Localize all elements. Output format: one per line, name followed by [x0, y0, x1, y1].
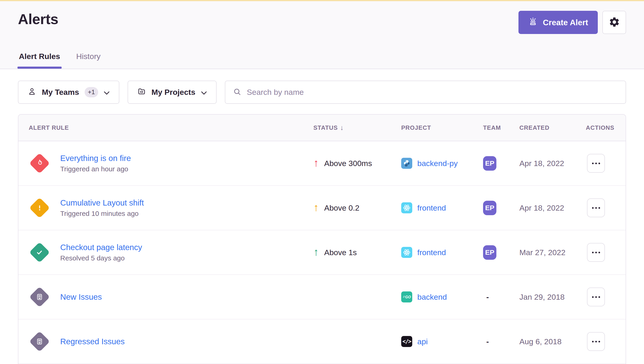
siren-icon: [528, 17, 538, 28]
issues-icon: [29, 286, 50, 308]
status-threshold: Above 1s: [324, 248, 357, 257]
column-header-project: PROJECT: [391, 124, 473, 131]
table-header-row: ALERT RULE STATUS ↓ PROJECT TEAM CREATED…: [18, 114, 626, 141]
search-input[interactable]: [247, 88, 618, 97]
projects-filter-label: My Projects: [151, 88, 195, 97]
table-row: New Issues GO backend - Jan 29, 2018: [18, 275, 626, 320]
ellipsis-icon: [592, 296, 594, 298]
row-actions-button[interactable]: [587, 198, 605, 217]
filter-bar: My Teams +1 My Projects: [18, 80, 626, 104]
chevron-down-icon: [104, 88, 110, 97]
table-row: Cumulative Layout shift Triggered 10 min…: [18, 186, 626, 230]
threshold-above-icon: ↑: [313, 202, 319, 213]
threshold-above-icon: ↑: [313, 158, 319, 168]
alert-rule-status-text: Triggered an hour ago: [60, 165, 131, 173]
project-link[interactable]: backend: [417, 292, 447, 302]
alert-rule-status-text: Resolved 5 days ago: [60, 254, 142, 262]
go-platform-icon: GO: [401, 292, 412, 302]
ellipsis-icon: [592, 207, 594, 209]
create-alert-label: Create Alert: [543, 18, 588, 27]
row-actions-button[interactable]: [587, 243, 605, 262]
tab-alert-rules[interactable]: Alert Rules: [18, 52, 61, 69]
ellipsis-icon: [592, 341, 594, 342]
status-threshold: Above 300ms: [324, 159, 372, 168]
page-header: Alerts Create Alert: [0, 1, 644, 69]
row-actions-button[interactable]: [587, 332, 605, 351]
user-icon: [28, 87, 36, 98]
react-platform-icon: [401, 247, 412, 258]
alerts-content: My Teams +1 My Projects: [0, 80, 644, 364]
resolved-check-icon: [29, 242, 50, 263]
projects-filter-dropdown[interactable]: My Projects: [128, 80, 217, 104]
team-badge: EP: [483, 201, 496, 215]
teams-extra-count-badge: +1: [85, 87, 98, 97]
alert-rule-link[interactable]: Regressed Issues: [60, 337, 125, 346]
issues-icon: [29, 331, 50, 352]
alerts-settings-button[interactable]: [602, 11, 626, 34]
svg-text:GO: GO: [405, 295, 411, 299]
project-link[interactable]: api: [417, 337, 428, 346]
ellipsis-icon: [592, 162, 594, 164]
table-row: Checkout page latency Resolved 5 days ag…: [18, 230, 626, 275]
project-folder-icon: [137, 87, 146, 98]
created-date: Aug 6, 2018: [509, 337, 575, 346]
gear-icon: [609, 16, 620, 28]
created-date: Jan 29, 2018: [509, 292, 575, 302]
critical-fire-icon: [29, 153, 50, 174]
code-platform-icon: </>: [401, 336, 412, 347]
project-link[interactable]: frontend: [417, 248, 446, 257]
tab-history[interactable]: History: [75, 52, 102, 69]
react-platform-icon: [401, 202, 412, 213]
alert-rules-table: ALERT RULE STATUS ↓ PROJECT TEAM CREATED…: [18, 114, 626, 364]
create-alert-button[interactable]: Create Alert: [518, 11, 598, 34]
status-threshold: Above 0.2: [324, 204, 359, 212]
column-header-status[interactable]: STATUS ↓: [303, 124, 391, 132]
ellipsis-icon: [592, 252, 594, 253]
alert-rule-status-text: Triggered 10 minutes ago: [60, 210, 144, 218]
created-date: Apr 18, 2022: [509, 159, 575, 168]
table-row: Regressed Issues </> api - Aug 6, 2018: [18, 320, 626, 364]
team-badge: EP: [483, 245, 496, 260]
teams-filter-label: My Teams: [42, 88, 79, 97]
team-badge: EP: [483, 156, 496, 171]
alert-rule-link[interactable]: Checkout page latency: [60, 243, 142, 252]
project-link[interactable]: frontend: [417, 204, 446, 212]
teams-filter-dropdown[interactable]: My Teams +1: [18, 80, 119, 104]
page-title: Alerts: [18, 11, 58, 27]
project-link[interactable]: backend-py: [417, 159, 458, 168]
column-header-created: CREATED: [509, 124, 575, 131]
alert-rule-link[interactable]: Cumulative Layout shift: [60, 198, 144, 208]
chevron-down-icon: [201, 88, 207, 97]
table-row: Everything is on fire Triggered an hour …: [18, 141, 626, 186]
created-date: Mar 27, 2022: [509, 248, 575, 257]
sort-descending-icon: ↓: [340, 124, 344, 132]
alert-rule-link[interactable]: New Issues: [60, 292, 102, 302]
threshold-above-icon: ↑: [313, 247, 319, 257]
search-box: [225, 80, 626, 104]
python-platform-icon: [401, 158, 412, 169]
no-team-dash: -: [483, 337, 489, 346]
column-header-actions: ACTIONS: [575, 124, 626, 131]
column-header-team: TEAM: [473, 124, 509, 131]
alert-rule-link[interactable]: Everything is on fire: [60, 154, 131, 163]
no-team-dash: -: [483, 292, 489, 301]
created-date: Apr 18, 2022: [509, 204, 575, 212]
column-header-alert-rule: ALERT RULE: [18, 124, 303, 131]
warning-icon: [29, 198, 50, 218]
row-actions-button[interactable]: [587, 154, 605, 173]
row-actions-button[interactable]: [587, 288, 605, 306]
search-icon: [233, 88, 242, 97]
page-tabs: Alert Rules History: [18, 52, 626, 69]
